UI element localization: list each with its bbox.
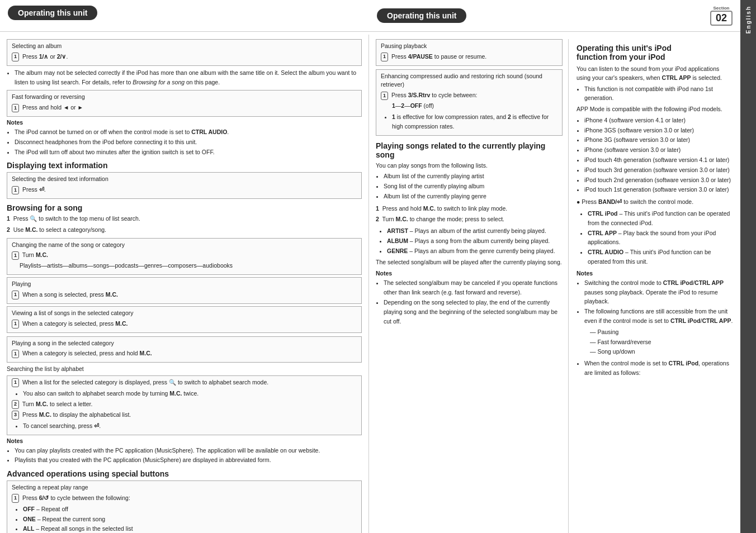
repeat-step1: 1 Press 6/↺ to cycle between the followi… xyxy=(12,494,357,503)
left-panel: Selecting an album 1 Press 1/∧ or 2/∨. T… xyxy=(0,35,369,533)
repeat-title: Selecting a repeat play range xyxy=(12,483,357,492)
songs-notes: Notes The selected song/album may be can… xyxy=(376,270,563,326)
cat-note-2: Playlists that you created with the PC a… xyxy=(15,455,362,465)
enhancing-note: 1 is effective for low compression rates… xyxy=(392,112,557,131)
model-iphone3g: iPhone 3G (software version 3.0 or later… xyxy=(584,135,734,145)
album-note-1: The album may not be selected correctly … xyxy=(15,68,362,87)
left-header: Operating this unit xyxy=(0,0,369,31)
right-panel: Pausing playback 1 Press 4/PAUSE to paus… xyxy=(369,35,740,533)
displaying-text-heading: Displaying text information xyxy=(7,161,362,170)
model-touch2: iPod touch 2nd generation (software vers… xyxy=(584,175,734,185)
songs-note-1: The selected song/album may be canceled … xyxy=(384,278,563,297)
ipod-notes: Notes Switching the control mode to CTRL… xyxy=(577,270,734,378)
ctrl-audio-desc: CTRL AUDIO – This unit's iPod function c… xyxy=(588,248,734,266)
side-tab: English xyxy=(740,0,756,533)
browsing-heading: Browsing for a song xyxy=(7,203,362,212)
mode-genre: GENRE – Plays an album from the genre cu… xyxy=(387,246,563,256)
ipod-note-3: When the control mode is set to CTRL iPo… xyxy=(584,359,734,378)
section-badge-area: Section 02 xyxy=(710,6,733,26)
playing-category-section: Playing a song in the selected category … xyxy=(7,336,362,465)
accessible-ff: — Fast forward/reverse xyxy=(590,337,734,347)
enhancing-cycle: 1—2—OFF (off) xyxy=(392,102,557,111)
pausing-box: Pausing playback 1 Press 4/PAUSE to paus… xyxy=(376,39,563,66)
browse-step1: 1 Press 🔍 to switch to the top menu of l… xyxy=(7,215,362,223)
songs-list-1: Album list of the currently playing arti… xyxy=(384,172,563,181)
selecting-album-title: Selecting an album xyxy=(12,42,357,51)
displaying-text-box: Selecting the desired text information 1… xyxy=(7,172,362,199)
left-panel-title: Operating this unit xyxy=(8,6,97,20)
enhancing-step1: 1 Press 3/S.Rtrv to cycle between: xyxy=(381,91,557,100)
search-step1: 1 When a list for the selected category … xyxy=(12,378,357,387)
songs-list-3: Album list of the currently playing genr… xyxy=(384,192,563,201)
model-iphone: iPhone (software version 3.0 or later) xyxy=(584,145,734,155)
ipod-note-2: The following functions are still access… xyxy=(584,307,734,326)
ipod-section-heading: Operating this unit's iPod function from… xyxy=(577,44,734,61)
note-ctrl-audio: The iPod cannot be turned on or off when… xyxy=(15,127,362,137)
cat-note-1: You can play playlists created with the … xyxy=(15,446,362,455)
songs-after-select: The selected song/album will be played a… xyxy=(376,258,563,267)
side-language-label: English xyxy=(745,6,752,34)
category-notes: Notes You can play playlists created wit… xyxy=(7,437,362,465)
category-step1: 1 Turn M.C. xyxy=(12,251,357,260)
notes-heading: Notes xyxy=(7,119,362,126)
page: Operating this unit Operating this unit … xyxy=(0,0,756,533)
album-notes: The album may not be selected correctly … xyxy=(7,68,362,87)
mode-album: ALBUM – Plays a song from the album curr… xyxy=(387,236,563,246)
section-label: Section xyxy=(710,6,733,11)
playing-songs-intro: You can play songs from the following li… xyxy=(376,161,563,170)
ipod-heading-line2: function from your iPod xyxy=(577,53,665,61)
repeat-one: ONE – Repeat the current song xyxy=(23,515,357,524)
section-number: 02 xyxy=(710,11,733,26)
ipod-compatible-intro: APP Mode is compatible with the followin… xyxy=(577,105,734,114)
note-headphones: Disconnect headphones from the iPod befo… xyxy=(15,137,362,147)
pausing-step1: 1 Press 4/PAUSE to pause or resume. xyxy=(381,53,557,61)
playing-category-step1: 1 When a category is selected, press and… xyxy=(12,349,357,358)
general-notes: Notes The iPod cannot be turned on or of… xyxy=(7,119,362,156)
songs-step1: 1 Press and hold M.C. to switch to link … xyxy=(376,204,563,213)
ipod-incompatible: This function is not compatible with iPo… xyxy=(584,84,734,103)
playing-step1: 1 When a song is selected, press M.C. xyxy=(12,291,357,299)
search-step3: 3 Press M.C. to display the alphabetical… xyxy=(12,411,357,420)
fast-forward-box: Fast forwarding or reversing 1 Press and… xyxy=(7,90,362,117)
repeat-off: OFF – Repeat off xyxy=(23,505,357,514)
right-left-col: Pausing playback 1 Press 4/PAUSE to paus… xyxy=(376,39,569,533)
selecting-desired-text: Selecting the desired text information xyxy=(12,175,357,184)
ctrl-ipod-desc: CTRL iPod – This unit's iPod function ca… xyxy=(588,209,734,228)
model-iphone3gs: iPhone 3GS (software version 3.0 or late… xyxy=(584,126,734,135)
ipod-notes-heading: Notes xyxy=(577,270,734,277)
ctrl-app-desc: CTRL APP – Play back the sound from your… xyxy=(588,229,734,248)
selecting-album-box: Selecting an album 1 Press 1/∧ or 2/∨. xyxy=(7,39,362,66)
category-name-title: Changing the name of the song or categor… xyxy=(12,241,357,250)
viewing-step1: 1 When a category is selected, press M.C… xyxy=(12,320,357,329)
browse-step2: 2 Use M.C. to select a category/song. xyxy=(7,226,362,235)
accessible-pausing: — Pausing xyxy=(590,327,734,337)
playing-category-box: Playing a song in the selected category … xyxy=(7,336,362,363)
playing-box: Playing 1 When a song is selected, press… xyxy=(7,277,362,304)
repeat-box: Selecting a repeat play range 1 Press 6/… xyxy=(7,480,362,533)
accessible-songupdown: — Song up/down xyxy=(590,347,734,356)
enhancing-box: Enhancing compressed audio and restoring… xyxy=(376,69,563,136)
mode-artist: ARTIST – Plays an album of the artist cu… xyxy=(387,226,563,236)
note-turnoff: The iPod will turn off about two minutes… xyxy=(15,147,362,157)
ipod-intro: You can listen to the sound from your iP… xyxy=(577,65,734,83)
ipod-note-1: Switching the control mode to CTRL iPod/… xyxy=(584,278,734,306)
songs-note-2: Depending on the song selected to play, … xyxy=(384,298,563,326)
display-step1: 1 Press ⏎. xyxy=(12,185,357,194)
viewing-list-box: Viewing a list of songs in the selected … xyxy=(7,306,362,333)
search-step2: 2 Turn M.C. to select a letter. xyxy=(12,400,357,409)
fast-forward-step1: 1 Press and hold ◄ or ► xyxy=(12,103,357,112)
searching-box: 1 When a list for the selected category … xyxy=(7,375,362,435)
model-touch1: iPod touch 1st generation (software vers… xyxy=(584,185,734,194)
songs-notes-heading: Notes xyxy=(376,270,563,277)
ipod-section: Operating this unit's iPod function from… xyxy=(574,39,734,533)
searching-title: Searching the list by alphabet xyxy=(7,365,362,374)
songs-list-2: Song list of the currently playing album xyxy=(384,182,563,191)
model-iphone4: iPhone 4 (software version 4.1 or later) xyxy=(584,116,734,125)
playing-title: Playing xyxy=(12,280,357,289)
fast-forward-title: Fast forwarding or reversing xyxy=(12,93,357,102)
enhancing-title: Enhancing compressed audio and restoring… xyxy=(381,72,557,90)
viewing-title: Viewing a list of songs in the selected … xyxy=(12,309,357,318)
songs-step2: 2 Turn M.C. to change the mode; press to… xyxy=(376,215,563,224)
right-header: Operating this unit Section 02 xyxy=(369,0,740,31)
search-alt-note: You also can switch to alphabet search m… xyxy=(23,389,357,398)
